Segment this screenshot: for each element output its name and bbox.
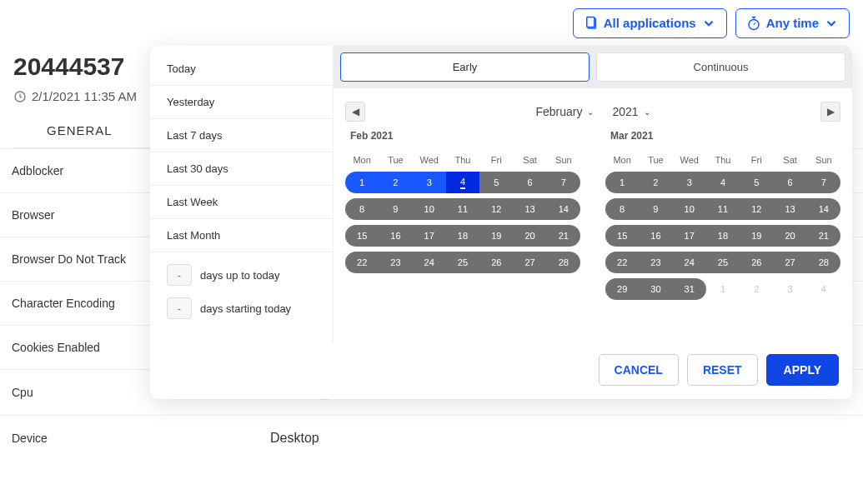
calendar-day[interactable]: 14 — [807, 198, 840, 220]
calendar-day[interactable]: 25 — [446, 252, 479, 273]
calendar-day[interactable]: 22 — [345, 252, 379, 273]
calendar-day[interactable]: 4 — [446, 172, 479, 193]
tab-general[interactable]: GENERAL — [13, 115, 146, 147]
preset-item[interactable]: Yesterday — [150, 86, 333, 119]
calendar-day: 4 — [807, 278, 840, 300]
segment-continuous[interactable]: Continuous — [596, 52, 845, 82]
calendar-day[interactable]: 18 — [706, 225, 740, 247]
calendar-day[interactable]: 11 — [706, 198, 740, 220]
calendar-day[interactable]: 18 — [446, 225, 479, 247]
days-up-input[interactable] — [167, 264, 192, 286]
calendar-day[interactable]: 6 — [773, 172, 806, 193]
calendar-day[interactable]: 2 — [639, 172, 672, 193]
calendar-day[interactable]: 7 — [547, 172, 580, 193]
dow-cell: Fri — [479, 150, 513, 172]
calendar-day[interactable]: 17 — [673, 225, 706, 247]
chevron-down-icon — [824, 16, 839, 31]
calendar-day[interactable]: 10 — [673, 198, 706, 220]
days-starting-today-row: days starting today — [167, 297, 316, 319]
calendar-day[interactable]: 26 — [740, 252, 773, 273]
cancel-button[interactable]: CANCEL — [599, 354, 679, 386]
calendar-day[interactable]: 21 — [807, 225, 840, 247]
preset-column: TodayYesterdayLast 7 daysLast 30 daysLas… — [150, 46, 334, 342]
calendar-day[interactable]: 24 — [413, 252, 446, 273]
calendar-day[interactable]: 10 — [413, 198, 446, 220]
calendar-day[interactable]: 20 — [513, 225, 546, 247]
detail-row: DeviceDesktop — [0, 416, 863, 462]
calendar-day[interactable]: 8 — [605, 198, 639, 220]
calendar-day[interactable]: 3 — [673, 172, 706, 193]
days-start-input[interactable] — [167, 297, 192, 319]
calendar-day[interactable]: 30 — [639, 278, 672, 300]
calendar-day[interactable]: 1 — [605, 172, 639, 193]
prev-month-button[interactable]: ◀ — [345, 102, 365, 122]
calendar-day[interactable]: 25 — [706, 252, 740, 273]
calendar-day[interactable]: 14 — [547, 198, 580, 220]
calendar-day[interactable]: 13 — [773, 198, 806, 220]
calendar-day[interactable]: 5 — [479, 172, 513, 193]
preset-item[interactable]: Last Month — [150, 219, 333, 252]
dow-cell: Wed — [673, 150, 706, 172]
calendar-day[interactable]: 23 — [639, 252, 672, 273]
calendar-day[interactable]: 16 — [639, 225, 672, 247]
days-start-label: days starting today — [200, 302, 291, 315]
month-dropdown[interactable]: February⌄ — [535, 105, 594, 118]
preset-item[interactable]: Last Week — [150, 186, 333, 219]
calendar-day[interactable]: 8 — [345, 198, 379, 220]
calendar-day[interactable]: 26 — [479, 252, 513, 273]
calendar-day[interactable]: 19 — [740, 225, 773, 247]
preset-item[interactable]: Last 30 days — [150, 152, 333, 186]
clipboard-icon — [584, 16, 599, 31]
calendar-day[interactable]: 12 — [740, 198, 773, 220]
calendar-day[interactable]: 17 — [413, 225, 446, 247]
calendar-day[interactable]: 9 — [639, 198, 672, 220]
next-month-button[interactable]: ▶ — [820, 102, 840, 122]
calendar-day[interactable]: 11 — [446, 198, 479, 220]
preset-item[interactable]: Today — [150, 52, 333, 86]
time-filter-button[interactable]: Any time — [735, 8, 850, 38]
calendar-day[interactable]: 24 — [673, 252, 706, 273]
timestamp-text: 2/1/2021 11:35 AM — [32, 89, 137, 103]
applications-filter-button[interactable]: All applications — [573, 8, 727, 38]
calendar-day[interactable]: 28 — [807, 252, 840, 273]
calendar-day[interactable]: 28 — [547, 252, 580, 273]
dow-cell: Fri — [740, 150, 773, 172]
svg-rect-1 — [587, 17, 595, 27]
segment-early[interactable]: Early — [340, 52, 590, 82]
calendar-day[interactable]: 23 — [379, 252, 412, 273]
calendar-day[interactable]: 19 — [479, 225, 513, 247]
calendar-day[interactable]: 27 — [773, 252, 806, 273]
calendar-day[interactable]: 29 — [605, 278, 639, 300]
calendar-day[interactable]: 16 — [379, 225, 412, 247]
calendar-day[interactable]: 22 — [605, 252, 639, 273]
reset-button[interactable]: RESET — [687, 354, 758, 386]
calendar-day[interactable]: 27 — [513, 252, 546, 273]
calendar-day[interactable]: 2 — [379, 172, 412, 193]
calendar-day[interactable]: 3 — [413, 172, 446, 193]
calendar-day[interactable]: 31 — [673, 278, 706, 300]
calendar-day[interactable]: 5 — [740, 172, 773, 193]
chevron-down-icon: ⌄ — [644, 107, 650, 117]
dow-cell: Thu — [446, 150, 479, 172]
detail-value: Desktop — [258, 416, 863, 462]
dow-cell: Tue — [639, 150, 672, 172]
calendar-day[interactable]: 4 — [706, 172, 740, 193]
calendar-day[interactable]: 9 — [379, 198, 412, 220]
calendar-day[interactable]: 1 — [345, 172, 379, 193]
calendar-day[interactable]: 15 — [345, 225, 379, 247]
apply-button[interactable]: APPLY — [766, 354, 839, 386]
calendar-day[interactable]: 6 — [513, 172, 546, 193]
calendar-day[interactable]: 15 — [605, 225, 639, 247]
calendar-left: Feb 2021 MonTueWedThuFriSatSun 123456789… — [345, 130, 580, 305]
preset-item[interactable]: Last 7 days — [150, 119, 333, 152]
dow-cell: Wed — [413, 150, 446, 172]
dow-cell: Mon — [605, 150, 639, 172]
calendar-day[interactable]: 21 — [547, 225, 580, 247]
calendar-day[interactable]: 12 — [479, 198, 513, 220]
calendar-day[interactable]: 13 — [513, 198, 546, 220]
calendar-day[interactable]: 20 — [773, 225, 806, 247]
clock-icon — [13, 90, 27, 103]
dow-cell: Thu — [706, 150, 740, 172]
year-dropdown[interactable]: 2021⌄ — [612, 105, 650, 118]
calendar-day[interactable]: 7 — [807, 172, 840, 193]
